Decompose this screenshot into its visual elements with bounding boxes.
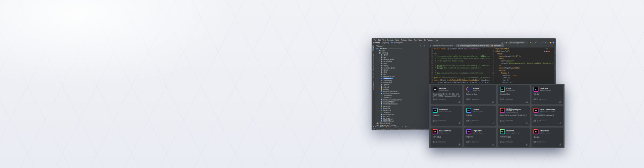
menu-tools[interactable]: Tools <box>418 39 423 41</box>
download-button[interactable] <box>492 143 494 146</box>
menu-code[interactable]: Code <box>394 39 400 41</box>
rollback-icon[interactable]: ↺ <box>542 42 543 44</box>
breadcrumb-item[interactable]: pageplug <box>382 42 389 44</box>
plugin-card[interactable]: PCPycharmjetbrains pycharm pPycharm 专业版版… <box>498 127 530 147</box>
assistant-message[interactable]: TONGYI Lingma: Hi, I'm TONGYI Lingma, an… <box>376 128 429 130</box>
menu-icon[interactable]: ≡ <box>376 45 377 47</box>
run-config-select[interactable]: ServerApplication ▾ <box>508 41 526 44</box>
commit-icon[interactable]: ✓ <box>540 42 541 44</box>
plugin-card[interactable]: DGDataGripjetbrains datagrip暂无描述版本号：2024… <box>531 85 563 104</box>
download-button[interactable] <box>559 122 562 125</box>
plugin-card[interactable]: IJIDEA Community...jetbrains idea c code… <box>531 106 563 126</box>
chevron-down-icon[interactable]: ▾ <box>383 45 384 47</box>
build-icon[interactable] <box>506 42 507 44</box>
plugin-card[interactable]: CLClionjetbrains clionJetbrains Clion版本号… <box>498 85 530 104</box>
locate-file-icon[interactable]: ⊙ <box>420 45 421 47</box>
tree-item-label: External Libraries <box>379 122 392 124</box>
plugin-card[interactable]: GOGolandjetbrains goland暂无描述版本号：2024.09.… <box>464 106 496 126</box>
tool-stripe-commit[interactable]: Commit <box>372 73 374 79</box>
version-label: 版本号： <box>500 98 505 100</box>
plugin-card[interactable]: IJIDEA Ultimatejetbrains idea uIDEA 旗舰版版… <box>431 127 463 147</box>
next-icon[interactable]: ∨ <box>550 48 551 50</box>
search-icon[interactable] <box>547 42 549 44</box>
update-project-icon[interactable]: ↓ <box>538 42 538 44</box>
plugin-card[interactable]: PSPhpStormjetbrains phpstormPhpStorm版本号：… <box>464 127 496 147</box>
menu-help[interactable]: Help <box>434 39 439 41</box>
plugin-card[interactable]: DSDataSpelljetbrains dataspellDataSpell版… <box>431 106 463 126</box>
toolwindow-terminal[interactable]: Terminal <box>396 126 403 128</box>
download-button[interactable] <box>458 122 461 125</box>
profile-badge-icon[interactable] <box>553 42 554 44</box>
line-number: 9 <box>490 67 495 69</box>
settings-gear-icon[interactable]: ⚙ <box>544 42 546 44</box>
tool-stripe-welcome-to-github-copilot[interactable]: Welcome to GitHub Copilot <box>372 53 374 71</box>
tool-stripe-notifications[interactable]: Notifications <box>554 45 556 54</box>
tool-stripe-pull-requests[interactable]: Pull Requests <box>372 80 374 90</box>
expand-all-icon[interactable]: ↕ <box>422 45 423 47</box>
menu-file[interactable]: File <box>373 39 377 41</box>
menu-view[interactable]: View <box>381 39 386 41</box>
plugin-title: Clion <box>506 87 515 89</box>
line-number: 13 <box>490 77 495 79</box>
download-button[interactable] <box>458 101 461 103</box>
toolwindow-todo[interactable]: TODO <box>378 126 384 128</box>
panel-options-icon[interactable]: ⚙ <box>424 45 425 47</box>
menu-git[interactable]: Git <box>423 39 427 41</box>
toolwindow-git[interactable]: Git <box>373 126 377 128</box>
plugin-card[interactable]: RMRubyMinejetbrains rubymine暂无描述版本号：2024… <box>531 127 563 147</box>
notification-badge-icon[interactable] <box>550 42 551 44</box>
menu-refactor[interactable]: Refactor <box>400 39 408 41</box>
download-button[interactable] <box>492 101 494 103</box>
code-line: 3 <head> <box>490 52 554 55</box>
plugin-card[interactable]: Eclipseeclipse javaEclipse for Java版本号：2… <box>464 85 496 104</box>
code-line: 33 <box>429 50 490 52</box>
breadcrumb-item[interactable]: .dockerignore <box>391 42 403 44</box>
menu-build[interactable]: Build <box>408 39 413 41</box>
toolwindow-services[interactable]: Services <box>405 126 412 128</box>
plugin-version: 版本号：2024.09.23 <box>533 98 546 100</box>
menu-navigate[interactable]: Navigate <box>387 39 395 41</box>
download-button[interactable] <box>559 101 562 103</box>
card-header: RMRubyMinejetbrains rubymine <box>533 129 561 134</box>
toolwindow-toggle-icon[interactable] <box>373 128 375 130</box>
plugin-card[interactable]: IJ阿里云SpringBoo...jetbrains idea c ali通过阿… <box>498 106 530 126</box>
editor-tab[interactable]: JFeatureFlaggedMethodInvokerAspect.java× <box>456 44 492 47</box>
run-button[interactable]: ▶ <box>528 42 529 44</box>
prev-icon[interactable]: ∧ <box>549 48 550 50</box>
breadcrumb-item[interactable]: install-try <box>373 42 380 44</box>
user-icon[interactable] <box>501 42 503 44</box>
tool-stripe-gradle[interactable]: Gradle <box>554 56 556 61</box>
tree-item-label: appsmith_templates.md <box>383 92 400 94</box>
download-button[interactable] <box>525 101 528 103</box>
debug-button[interactable] <box>530 42 531 43</box>
plugin-card[interactable]: WWhistledevtool whistleWhistle 调试代理工具，用于… <box>431 85 463 104</box>
version-label: 版本号： <box>433 120 438 121</box>
menu-window[interactable]: Window <box>427 39 434 41</box>
stop-button[interactable]: ■ <box>532 42 533 44</box>
plugin-icon: PS <box>466 129 471 134</box>
hide-panel-icon[interactable]: ─ <box>426 45 427 47</box>
download-button[interactable] <box>458 143 461 146</box>
editor-tab[interactable]: <>index.html× <box>490 44 504 47</box>
tool-stripe-project[interactable]: Project <box>372 45 374 51</box>
toolwindow-label: TODO <box>380 126 384 128</box>
editor-tab[interactable]: JApplicationControllerTest.java× <box>429 44 456 47</box>
gear-file-icon <box>381 80 382 81</box>
download-button[interactable] <box>525 143 528 146</box>
code-line: 11 #loader { <box>490 72 554 74</box>
toolwindow-problems[interactable]: Problems <box>386 126 393 128</box>
inspections-widget[interactable]: ✓ 88 ∧ ∨ <box>544 48 551 50</box>
close-icon[interactable]: × <box>502 45 503 47</box>
menu-run[interactable]: Run <box>413 39 418 41</box>
project-tree[interactable]: ▾install-try~/workspace/install-try▸.ide… <box>375 47 429 126</box>
download-button[interactable] <box>492 122 494 125</box>
code-line: 44@Around("execution(public * *(..)) && … <box>429 77 490 79</box>
menu-edit[interactable]: Edit <box>377 39 381 41</box>
version-label: 版本号： <box>466 141 472 143</box>
card-header: IJIDEA Ultimatejetbrains idea u <box>433 129 461 134</box>
download-button[interactable] <box>559 143 562 146</box>
tool-stripe-database[interactable]: Database <box>554 63 556 70</box>
close-icon[interactable]: × <box>454 45 455 47</box>
download-button[interactable] <box>525 122 528 125</box>
plugin-version: 版本号：2024.09.23 <box>500 98 513 100</box>
